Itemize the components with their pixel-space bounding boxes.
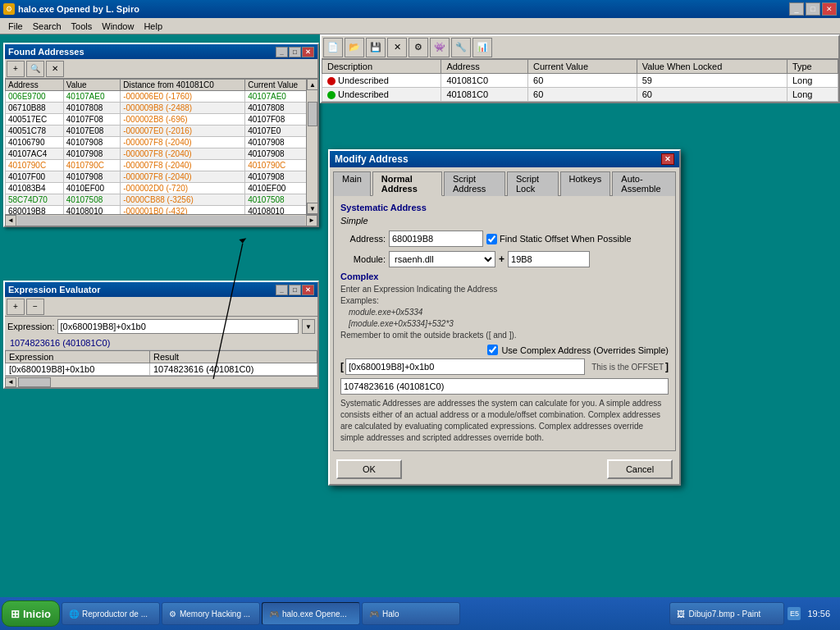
expr-col-expression: Expression [6,351,150,363]
col-address: Address [6,80,64,91]
find-static-offset-label: Find Static Offset When Possible [500,234,632,244]
taskbar-item-1[interactable]: ⚙ Memory Hacking ... [162,602,260,625]
expr-eval-maximize[interactable]: □ [289,285,301,295]
table-row[interactable]: 400517EC 40107F08 -000002B8 (-696) 40107… [6,114,317,126]
expression-evaluator-window: Expression Evaluator _ □ ✕ + − Expressio… [3,281,319,389]
found-addresses-close[interactable]: ✕ [302,47,314,57]
module-label: Module: [340,254,386,264]
tab-normal-address[interactable]: Normal Address [372,171,442,196]
expr-table: Expression Result [0x680019B8]+0x1b0 107… [5,350,317,376]
expression-input[interactable] [57,319,299,334]
tab-auto-assemble[interactable]: Auto-Assemble [612,171,676,196]
start-button[interactable]: ⊞ Inicio [2,600,60,627]
scroll-down-arrow[interactable]: ▼ [307,203,317,214]
ce-table-row[interactable]: Undescribed 401081C0 60 59 Long [322,74,838,88]
taskbar-item-2[interactable]: 🎮 halo.exe Opene... [262,602,360,625]
table-row[interactable]: 4010790C 4010790C -000007F8 (-2040) 4010… [6,160,317,171]
table-row[interactable]: 40051C78 40107E08 -000007E0 (-2016) 4010… [6,126,317,137]
scroll-right-arrow[interactable]: ► [306,215,317,226]
ce-locked-val: 60 [637,88,787,102]
ce-btn-7[interactable]: 🔧 [451,38,471,57]
table-row[interactable]: 40107F00 40107908 -000007F8 (-2040) 4010… [6,171,317,183]
search-button[interactable]: 🔍 [26,61,44,77]
example2: [module.exe+0x5334]+532*3 [340,319,454,328]
taskbar-item-3[interactable]: 🎮 Halo [362,602,460,625]
desktop: Found Addresses _ □ ✕ + 🔍 ✕ Address Valu… [0,34,840,597]
taskbar: ⊞ Inicio 🌐 Reproductor de ... ⚙ Memory H… [0,597,840,630]
complex-expression-input[interactable] [345,358,585,375]
system-tray: 🖼 Dibujo7.bmp - Paint E5 19:56 [664,602,838,625]
table-row[interactable]: 40106790 40107908 -000007F8 (-2040) 4010… [6,137,317,148]
vertical-scrollbar[interactable]: ▲ ▼ [306,79,317,214]
horizontal-scrollbar[interactable]: ◄ ► [5,214,317,226]
module-select[interactable]: rsaenh.dll [389,251,495,267]
ok-button[interactable]: OK [336,459,402,479]
dialog-close-button[interactable]: ✕ [661,153,674,165]
ce-table-row[interactable]: Undescribed 401081C0 60 60 Long [322,88,838,102]
ce-col-addr: Address [441,60,528,74]
table-row[interactable]: 40107AC4 40107908 -000007F8 (-2040) 4010… [6,148,317,160]
tab-script-address[interactable]: Script Address [444,171,505,196]
maximize-button[interactable]: □ [806,2,820,16]
use-complex-checkbox[interactable] [487,345,498,355]
table-row[interactable]: 006E9700 40107AE0 -000006E0 (-1760) 4010… [6,91,317,103]
ce-col-locked: Value When Locked [637,60,787,74]
scroll-thumb[interactable] [308,102,317,126]
expr-remove-btn[interactable]: − [26,299,44,315]
ce-btn-1[interactable]: 📄 [323,38,343,57]
ce-btn-8[interactable]: 📊 [472,38,492,57]
scroll-up-arrow[interactable]: ▲ [307,79,317,90]
address-list-table: Description Address Current Value Value … [322,59,838,102]
ce-btn-5[interactable]: ⚙ [409,38,428,57]
table-row[interactable]: 06710B88 40107808 -000009B8 (-2488) 4010… [6,103,317,114]
address-input[interactable] [389,231,483,247]
expr-scroll-left[interactable]: ◄ [5,377,16,387]
ce-btn-2[interactable]: 📂 [345,38,364,57]
tab-script-lock[interactable]: Script Lock [507,171,559,196]
found-addresses-maximize[interactable]: □ [289,47,301,57]
close-button[interactable]: ✕ [822,2,837,16]
table-row[interactable]: 680019B8 40108010 -000001B0 (-432) 40108… [6,206,317,215]
menu-file[interactable]: File [3,20,28,33]
tab-main[interactable]: Main [333,171,371,196]
tab-hotkeys[interactable]: Hotkeys [560,171,611,196]
module-offset-input[interactable] [508,251,590,267]
table-row[interactable]: 58C74D70 40107508 -0000CB88 (-3256) 4010… [6,194,317,206]
found-addresses-minimize[interactable]: _ [276,47,288,57]
close-bracket: ] [665,361,669,372]
offset-hint: This is the OFFSET [591,363,664,372]
tab-bar: Main Normal Address Script Address Scrip… [330,167,679,195]
expr-table-row[interactable]: [0x680019B8]+0x1b0 1074823616 (401081C0) [6,363,317,376]
expr-eval-minimize[interactable]: _ [276,285,288,295]
expr-toolbar: + − [5,297,317,317]
table-row[interactable]: 401083B4 4010EF00 -000002D0 (-720) 4010E… [6,183,317,194]
ce-addr: 401081C0 [441,74,528,88]
expr-h-scrollbar[interactable]: ◄ [5,376,317,387]
delete-button[interactable]: ✕ [46,61,64,77]
main-title-controls: _ □ ✕ [789,2,837,16]
expr-eval-close[interactable]: ✕ [302,285,314,295]
menu-tools[interactable]: Tools [66,20,98,33]
menu-help[interactable]: Help [139,20,167,33]
add-button[interactable]: + [7,61,25,77]
menu-window[interactable]: Window [97,20,139,33]
expr-dropdown-btn[interactable]: ▼ [302,319,315,334]
ce-col-cur: Current Value [528,60,637,74]
minimize-button[interactable]: _ [789,2,804,16]
ce-btn-4[interactable]: ✕ [387,38,407,57]
find-static-offset-checkbox[interactable] [486,234,497,244]
ce-btn-3[interactable]: 💾 [366,38,386,57]
menu-search[interactable]: Search [28,20,66,33]
complex-result-display: 1074823616 (401081C0) [340,378,669,395]
paint-taskbar-item[interactable]: 🖼 Dibujo7.bmp - Paint [669,602,784,625]
app-icon: ⚙ [3,3,15,15]
taskbar-item-0[interactable]: 🌐 Reproductor de ... [62,602,160,625]
ce-btn-6[interactable]: 👾 [430,38,450,57]
cancel-button[interactable]: Cancel [607,459,673,479]
scroll-left-arrow[interactable]: ◄ [5,215,16,226]
ce-cur-val: 60 [528,88,637,102]
complex-description: Enter an Expression Indicating the Addre… [340,284,669,341]
dialog-buttons: OK Cancel [330,454,679,484]
expr-add-btn[interactable]: + [7,299,25,315]
ce-col-desc: Description [322,60,441,74]
